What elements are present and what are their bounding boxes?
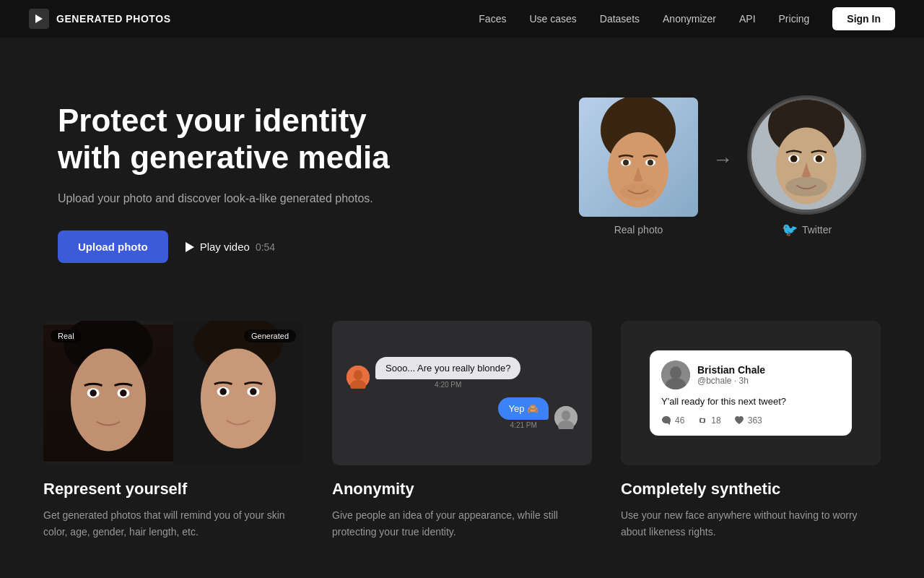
chat-avatar-other: [346, 366, 370, 389]
face-generated: [173, 321, 303, 465]
navbar: GENERATED PHOTOS Faces Use cases Dataset…: [0, 0, 924, 38]
logo-text: GENERATED PHOTOS: [56, 13, 171, 25]
feature-represent-image: Real Generated: [43, 321, 303, 465]
play-video-button[interactable]: Play video 0:54: [186, 241, 275, 253]
svg-point-8: [620, 183, 656, 200]
chat-container: Sooo... Are you really blonde? 4:20 PM Y…: [332, 321, 592, 465]
twitter-text: Twitter: [802, 224, 832, 236]
upload-photo-button[interactable]: Upload photo: [58, 230, 168, 263]
comparison-arrow: →: [712, 148, 733, 171]
faces-comparison-container: Real Generated: [43, 321, 303, 465]
hero-left: Protect your identity with generative me…: [58, 81, 433, 263]
svg-point-20: [71, 349, 146, 452]
real-tag: Real: [51, 329, 82, 342]
logo-icon: [29, 9, 49, 29]
tweet-likes-count: 363: [748, 415, 762, 426]
chat-message-outgoing: Yep 🙈 4:21 PM: [346, 397, 578, 429]
tweet-card: Bristian Chale @bchale · 3h Y'all ready …: [650, 350, 852, 436]
svg-point-27: [201, 349, 276, 449]
svg-point-14: [790, 155, 798, 163]
logo[interactable]: GENERATED PHOTOS: [29, 9, 171, 29]
twitter-icon: 🐦: [782, 222, 798, 238]
nav-use-cases[interactable]: Use cases: [529, 13, 576, 25]
tweet-name: Bristian Chale: [697, 364, 765, 376]
tweet-comments: 46: [661, 415, 684, 426]
tweet-retweets: 18: [697, 415, 720, 426]
feature-anonymity-desc: Give people an idea of your appearance, …: [332, 507, 592, 540]
video-duration: 0:54: [256, 241, 275, 253]
chat-bubble-me: Yep 🙈: [498, 397, 549, 420]
tweet-likes: 363: [734, 415, 762, 426]
svg-point-22: [90, 389, 96, 396]
hero-actions: Upload photo Play video 0:54: [58, 230, 433, 263]
svg-point-24: [120, 389, 126, 396]
chat-time-2: 4:21 PM: [498, 421, 549, 429]
svg-point-39: [670, 366, 681, 379]
svg-point-7: [648, 160, 653, 165]
chat-bubble-other: Sooo... Are you really blonde?: [375, 357, 520, 379]
play-icon: [186, 242, 194, 252]
feature-synthetic: Bristian Chale @bchale · 3h Y'all ready …: [606, 306, 895, 554]
feature-synthetic-desc: Use your new face anywhere without havin…: [621, 507, 881, 540]
tweet-header: Bristian Chale @bchale · 3h: [661, 361, 840, 389]
chat-avatar-me: [554, 406, 578, 429]
real-photo-card: Real photo: [579, 98, 698, 236]
nav-faces[interactable]: Faces: [479, 13, 506, 25]
svg-point-33: [354, 370, 362, 380]
feature-represent-desc: Get generated photos that will remind yo…: [43, 507, 303, 540]
feature-anonymity-image: Sooo... Are you really blonde? 4:20 PM Y…: [332, 321, 592, 465]
chat-time-1: 4:20 PM: [375, 381, 520, 389]
svg-marker-0: [35, 14, 43, 23]
nav-api[interactable]: API: [739, 13, 756, 25]
tweet-avatar: [661, 361, 690, 389]
tweet-retweets-count: 18: [711, 415, 720, 426]
svg-point-17: [785, 177, 827, 197]
nav-anonymizer[interactable]: Anonymizer: [663, 13, 716, 25]
feature-anonymity-title: Anonymity: [332, 480, 592, 499]
hero-comparison: Real photo →: [579, 81, 866, 238]
hero-title: Protect your identity with generative me…: [58, 103, 433, 176]
feature-synthetic-title: Completely synthetic: [621, 480, 881, 499]
tweet-stats: 46 18 363: [661, 415, 840, 426]
face-real: [43, 321, 173, 465]
real-photo-image: [579, 98, 698, 217]
hero-section: Protect your identity with generative me…: [0, 38, 924, 306]
real-photo-label: Real photo: [614, 224, 663, 236]
generated-photo-image: [747, 95, 866, 215]
generated-photo-card: 🐦 Twitter: [747, 95, 866, 238]
svg-point-16: [816, 155, 823, 163]
play-label: Play video: [200, 241, 250, 253]
twitter-label: 🐦 Twitter: [782, 222, 832, 238]
nav-links: Faces Use cases Datasets Anonymizer API …: [479, 7, 895, 30]
feature-represent: Real Generated: [29, 306, 318, 554]
tweet-container: Bristian Chale @bchale · 3h Y'all ready …: [621, 321, 881, 465]
bubble-group-me: Yep 🙈 4:21 PM: [498, 397, 549, 429]
tweet-comments-count: 46: [675, 415, 684, 426]
svg-point-5: [623, 160, 629, 165]
svg-point-29: [219, 389, 226, 395]
features-section: Real Generated: [0, 306, 924, 578]
nav-datasets[interactable]: Datasets: [600, 13, 640, 25]
feature-synthetic-image: Bristian Chale @bchale · 3h Y'all ready …: [621, 321, 881, 465]
nav-pricing[interactable]: Pricing: [779, 13, 810, 25]
svg-point-36: [562, 410, 570, 420]
feature-represent-title: Represent yourself: [43, 480, 303, 499]
tweet-body: Y'all ready for this next tweet?: [661, 395, 840, 408]
signin-button[interactable]: Sign In: [832, 7, 895, 30]
chat-message-incoming: Sooo... Are you really blonde? 4:20 PM: [346, 357, 578, 389]
tweet-user-info: Bristian Chale @bchale · 3h: [697, 364, 765, 386]
tweet-handle: @bchale · 3h: [697, 376, 765, 386]
bubble-group-other: Sooo... Are you really blonde? 4:20 PM: [375, 357, 520, 389]
feature-anonymity: Sooo... Are you really blonde? 4:20 PM Y…: [318, 306, 606, 554]
svg-point-31: [250, 389, 256, 395]
hero-subtitle: Upload your photo and discover look-a-li…: [58, 190, 433, 207]
generated-tag: Generated: [244, 329, 296, 342]
